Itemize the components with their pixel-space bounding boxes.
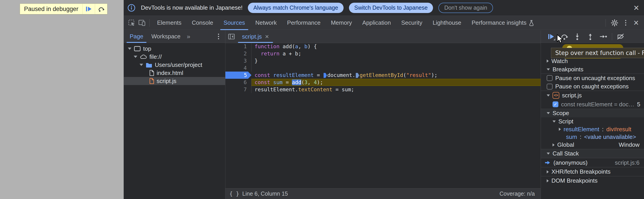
section-scope[interactable]: Scope	[541, 109, 644, 117]
breakpoint-entry[interactable]: ✓ const resultElement = doc… 5	[541, 100, 644, 109]
resume-icon	[86, 5, 92, 12]
expand-caret-icon[interactable]	[134, 56, 137, 58]
navigator-tabbar: Page Workspace »	[124, 30, 225, 43]
code-lines: 1function add(a, b) {2 return a + b;3}45…	[226, 43, 541, 93]
collapsed-caret-icon[interactable]	[547, 170, 549, 174]
navigator-more-menu[interactable]	[214, 34, 223, 39]
code-token	[254, 51, 261, 56]
section-breakpoints[interactable]: Breakpoints	[541, 65, 644, 74]
code-token: (	[301, 79, 304, 85]
step-button[interactable]	[599, 32, 608, 41]
line-number[interactable]: 4	[226, 64, 252, 72]
inspect-element-button[interactable]	[126, 18, 137, 28]
tab-close-icon[interactable]: ×	[265, 33, 269, 40]
expanded-caret-icon[interactable]	[552, 121, 556, 123]
tab-network[interactable]: Network	[250, 16, 282, 30]
settings-button[interactable]	[610, 18, 620, 28]
code-token: 4	[314, 79, 317, 85]
collapsed-caret-icon[interactable]	[547, 179, 549, 183]
overlay-step-over-button[interactable]	[95, 4, 107, 14]
step-into-icon	[574, 33, 581, 40]
tree-item-script-js[interactable]: script.js	[124, 77, 225, 85]
tab-page[interactable]: Page	[126, 30, 148, 43]
line-number[interactable]: 6	[226, 79, 252, 86]
tree-item-project-folder[interactable]: Users/user/project	[124, 61, 225, 69]
expanded-caret-icon[interactable]	[547, 68, 550, 70]
watch-title: Watch	[552, 58, 568, 65]
collapsed-caret-icon[interactable]	[547, 59, 549, 63]
collapsed-caret-icon[interactable]	[552, 143, 554, 147]
hide-sidebar-icon	[228, 33, 235, 40]
toggle-navigator-button[interactable]	[226, 30, 238, 43]
deactivate-breakpoints-button[interactable]	[616, 32, 625, 41]
editor-tab-script-js[interactable]: script.js ×	[238, 30, 274, 43]
resume-script-button[interactable]	[547, 32, 556, 41]
pause-uncaught-row[interactable]: Pause on uncaught exceptions	[541, 74, 644, 82]
inline-breakpoint-marker[interactable]	[356, 73, 359, 78]
expand-caret-icon[interactable]	[128, 47, 132, 50]
devtools-close-button[interactable]: ×	[632, 18, 641, 28]
call-stack-title: Call Stack	[552, 150, 579, 157]
step-into-button[interactable]	[573, 32, 582, 41]
tab-application[interactable]: Application	[357, 16, 396, 30]
tab-sources[interactable]: Sources	[218, 16, 250, 30]
toggle-device-toolbar-button[interactable]	[137, 18, 147, 28]
step-out-button[interactable]	[586, 32, 595, 41]
pretty-print-icon[interactable]: { }	[230, 191, 239, 197]
more-options-button[interactable]	[621, 20, 630, 25]
switch-devtools-japanese-button[interactable]: Switch DevTools to Japanese	[349, 3, 433, 13]
pause-caught-row[interactable]: Pause on caught exceptions	[541, 82, 644, 91]
breakpoint-checkbox[interactable]: ✓	[552, 101, 558, 107]
section-xhr-breakpoints[interactable]: XHR/fetch Breakpoints	[541, 167, 644, 176]
code-token: add(	[280, 43, 295, 49]
code-text: resultElement.textContent = sum;	[252, 86, 541, 93]
expanded-caret-icon[interactable]	[547, 112, 550, 114]
scope-global-group[interactable]: Global Window	[541, 141, 644, 149]
code-editor[interactable]: 1function add(a, b) {2 return a + b;3}45…	[226, 43, 541, 189]
tree-item-file-scheme[interactable]: file://	[124, 53, 225, 61]
line-number[interactable]: 7	[226, 86, 252, 93]
code-token: (	[403, 72, 406, 78]
scope-script-group[interactable]: Script	[541, 117, 644, 125]
expanded-caret-icon[interactable]	[547, 94, 550, 96]
dont-show-again-button[interactable]: Don't show again	[438, 3, 493, 13]
scope-var-sum[interactable]: sum: <value unavailable>	[541, 133, 644, 141]
devtools-tabbar: Elements Console Sources Network Perform…	[124, 16, 644, 30]
section-dom-breakpoints[interactable]: DOM Breakpoints	[541, 176, 644, 185]
tabbar-right-controls: ×	[603, 18, 641, 28]
match-chrome-language-button[interactable]: Always match Chrome's language	[248, 3, 343, 13]
code-text: const sum = add(3, 4);	[252, 79, 541, 86]
tree-item-index-html[interactable]: index.html	[124, 69, 225, 77]
line-number[interactable]: 3	[226, 57, 252, 64]
code-token: sum	[273, 79, 283, 85]
expand-caret-icon[interactable]	[140, 64, 143, 66]
line-number[interactable]: 2	[226, 50, 252, 57]
line-number[interactable]: 5	[226, 72, 252, 79]
tab-performance[interactable]: Performance	[282, 16, 326, 30]
tab-workspace[interactable]: Workspace	[148, 30, 185, 43]
tab-console[interactable]: Console	[186, 16, 218, 30]
tab-elements[interactable]: Elements	[152, 16, 186, 30]
line-number[interactable]: 1	[226, 43, 252, 50]
expanded-caret-icon[interactable]	[547, 153, 550, 155]
pause-caught-checkbox[interactable]	[547, 84, 552, 90]
tab-memory[interactable]: Memory	[326, 16, 357, 30]
notification-close-icon[interactable]: ×	[634, 3, 639, 12]
scope-var-resultelement[interactable]: resultElement: div#result	[541, 125, 644, 133]
tab-performance-insights-label: Performance insights	[472, 19, 526, 26]
more-tabs-chevron[interactable]: »	[184, 33, 192, 40]
tab-performance-insights[interactable]: Performance insights	[466, 16, 539, 30]
inline-breakpoint-marker[interactable]	[324, 73, 327, 78]
code-token: =	[283, 79, 292, 85]
tree-item-top[interactable]: top	[124, 45, 225, 53]
code-text	[252, 64, 541, 72]
collapsed-caret-icon[interactable]	[559, 128, 561, 131]
pause-uncaught-checkbox[interactable]	[547, 75, 552, 81]
tab-security[interactable]: Security	[396, 16, 428, 30]
overlay-resume-button[interactable]	[82, 4, 95, 14]
breakpoint-file-group[interactable]: <> script.js	[541, 91, 644, 100]
call-stack-frame[interactable]: (anonymous) script.js:6	[541, 158, 644, 167]
js-file-icon	[149, 78, 154, 84]
section-call-stack[interactable]: Call Stack	[541, 149, 644, 158]
tab-lighthouse[interactable]: Lighthouse	[428, 16, 466, 30]
